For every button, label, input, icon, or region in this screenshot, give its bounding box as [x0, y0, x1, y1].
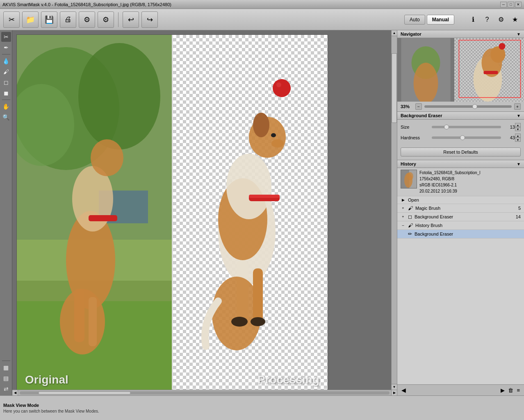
expand-icon[interactable]: ▶	[401, 198, 406, 202]
hardness-decrement[interactable]: ▼	[515, 138, 521, 142]
svg-point-2	[78, 43, 160, 150]
brush-icon[interactable]: 🖌	[1, 67, 11, 77]
history-section: History ▼ Fotolia_15268418_Su	[397, 160, 524, 395]
size-stepper: ▲ ▼	[515, 123, 521, 131]
scroll-left-button[interactable]: ◀	[12, 390, 18, 395]
window-controls: ─ □ ✕	[500, 2, 522, 7]
help-button[interactable]: ?	[481, 14, 493, 25]
v-scroll-thumb[interactable]	[392, 53, 397, 123]
size-row: Size 13 ▲ ▼	[401, 123, 521, 131]
manual-mode-button[interactable]: Manual	[427, 15, 454, 25]
magic-brush-icon: 🖌	[408, 205, 413, 211]
maximize-button[interactable]: □	[508, 2, 514, 7]
scroll-up-button[interactable]: ▲	[392, 30, 397, 36]
svg-point-37	[499, 43, 506, 50]
bg-eraser-collapse[interactable]: ▼	[517, 114, 521, 118]
zoom-thumb[interactable]	[472, 104, 477, 109]
history-header: History ▼	[397, 160, 524, 168]
hardness-thumb[interactable]	[460, 135, 465, 140]
minimize-button[interactable]: ─	[500, 2, 507, 7]
bg-eraser-icon: ◻	[408, 214, 412, 220]
settings2-button[interactable]: ⚙	[98, 11, 114, 28]
history-collapse[interactable]: ▼	[517, 162, 521, 166]
svg-point-23	[271, 133, 276, 137]
size-decrement[interactable]: ▼	[515, 127, 521, 131]
scroll-down-button[interactable]: ▼	[392, 384, 397, 390]
close-button[interactable]: ✕	[515, 2, 522, 7]
history-title: History	[401, 161, 416, 166]
size-increment[interactable]: ▲	[515, 123, 521, 127]
history-item-open[interactable]: ▶ Open	[397, 196, 524, 204]
redo-button[interactable]: ↪	[141, 11, 158, 28]
status-bar: Mask View Mode Here you can switch betwe…	[0, 395, 524, 420]
scroll-right-button[interactable]: ▶	[391, 390, 397, 395]
history-delete-button[interactable]: 🗑	[507, 386, 514, 394]
vertical-scrollbar[interactable]: ▲ ▼	[391, 30, 397, 390]
zoom-slider[interactable]	[424, 105, 512, 108]
hand-icon[interactable]: ✋	[1, 102, 11, 111]
dropper-icon[interactable]: 💧	[1, 56, 11, 66]
size-slider[interactable]	[432, 126, 501, 128]
processing-label: Processing	[257, 373, 319, 386]
swap-icon[interactable]: ⇄	[1, 384, 11, 394]
history-item-bg-eraser[interactable]: + ◻ Background Eraser 14	[397, 213, 524, 221]
grid1-icon[interactable]: ▦	[1, 363, 11, 372]
history-clear-button[interactable]: ≡	[516, 386, 521, 394]
h-scroll-thumb[interactable]	[38, 391, 131, 395]
bg-eraser-header: Background Eraser ▼	[397, 112, 524, 120]
open-button[interactable]: 📁	[22, 11, 39, 28]
hardness-row: Hardness 43 ▲ ▼	[401, 134, 521, 142]
zoom-value: 33%	[401, 104, 413, 109]
expand-icon[interactable]	[401, 232, 406, 236]
hardness-slider[interactable]	[432, 136, 501, 139]
history-back-button[interactable]: ◀	[401, 386, 407, 394]
auto-mode-button[interactable]: Auto	[404, 15, 425, 25]
history-file-item: Fotolia_15268418_Subscription_l 1756x248…	[397, 168, 524, 196]
history-play-button[interactable]: ▶	[500, 386, 506, 394]
grid2-icon[interactable]: ▤	[1, 373, 11, 383]
canvas-area[interactable]: Original	[12, 30, 391, 390]
svg-point-22	[276, 82, 281, 87]
navigator-collapse[interactable]: ▼	[517, 32, 521, 36]
undo-button[interactable]: ↩	[123, 11, 139, 28]
navigator-preview	[397, 38, 524, 102]
history-item-bg-eraser-2[interactable]: ✏ Background Eraser	[397, 230, 524, 238]
history-item-label: History Brush	[415, 223, 521, 228]
hardness-increment[interactable]: ▲	[515, 134, 521, 138]
zoom-icon[interactable]: 🔍	[1, 112, 11, 122]
pen-icon[interactable]: ✒	[1, 43, 11, 52]
history-item-count: 5	[518, 206, 521, 211]
zoom-in-button[interactable]: +	[514, 103, 521, 110]
size-thumb[interactable]	[444, 125, 449, 129]
hardness-label: Hardness	[401, 135, 429, 140]
scissors-icon[interactable]: ✂	[1, 32, 11, 42]
print-button[interactable]: 🖨	[60, 11, 76, 28]
navigator-section: Navigator ▼	[397, 30, 524, 112]
info-button[interactable]: ℹ	[467, 14, 479, 25]
zoom-out-button[interactable]: −	[415, 103, 422, 110]
mode-selector: Auto Manual	[404, 15, 454, 25]
history-list: Fotolia_15268418_Subscription_l 1756x248…	[397, 168, 524, 384]
svg-point-13	[60, 289, 105, 354]
history-item-magic-brush[interactable]: + 🖌 Magic Brush 5	[397, 204, 524, 213]
history-item-history-brush[interactable]: – 🖌 History Brush	[397, 221, 524, 230]
bg-eraser-title: Background Eraser	[401, 113, 442, 118]
canvas-divider[interactable]	[172, 35, 173, 390]
horizontal-scrollbar[interactable]: ◀ ▶	[12, 390, 397, 395]
expand-icon[interactable]: +	[401, 214, 406, 219]
svg-point-29	[231, 317, 248, 327]
settings1-button[interactable]: ⚙	[79, 11, 95, 28]
expand-icon[interactable]: –	[401, 223, 406, 228]
scissors-tool-button[interactable]: ✂	[3, 11, 20, 28]
expand-icon[interactable]: +	[401, 206, 406, 211]
eraser-icon[interactable]: ◻	[1, 77, 11, 87]
gear-button[interactable]: ⚙	[495, 14, 507, 25]
history-action-buttons: ▶ 🗑 ≡	[500, 386, 521, 394]
star-button[interactable]: ★	[509, 14, 521, 25]
save-button[interactable]: 💾	[41, 11, 57, 28]
tool-separator	[2, 54, 10, 54]
stamp-icon[interactable]: ◼	[1, 88, 11, 98]
svg-rect-38	[484, 71, 498, 74]
status-description: Here you can switch between the Mask Vie…	[3, 409, 521, 413]
reset-defaults-button[interactable]: Reset to Defaults	[401, 148, 521, 157]
